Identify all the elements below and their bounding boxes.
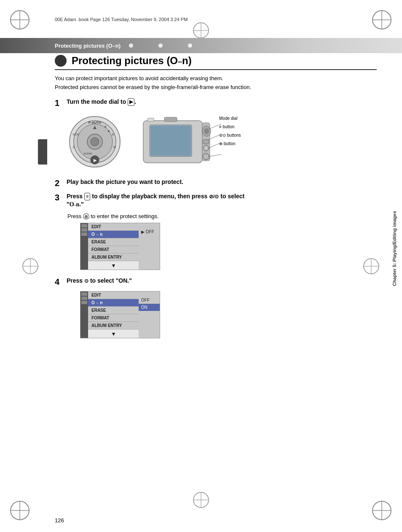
menu-items-1: EDIT O–n ERASE FORMAT ALBUM ENTRY ▾: [88, 223, 139, 270]
header-title: Protecting pictures (O–n): [55, 43, 121, 49]
header-dot-3: [188, 43, 192, 48]
step-1-number: 1: [55, 98, 63, 108]
menu-item-erase-2: ERASE: [88, 307, 139, 314]
nav-buttons-label: ⊘⊙ buttons: [219, 131, 241, 140]
chapter-sidebar: Chapter 5: Playing/Editing images: [392, 211, 397, 286]
step-1: 1 Turn the mode dial to ▶.: [55, 98, 377, 108]
svg-rect-52: [147, 118, 154, 122]
header-dots: [129, 43, 192, 48]
svg-rect-46: [203, 140, 209, 144]
file-info: 00E Adam .book Page 126 Tuesday, Novembe…: [55, 17, 188, 22]
menu-items-2: EDIT O–n ERASE FORMAT ALBUM ENTRY ▾: [88, 292, 139, 338]
step-1-text: Turn the mode dial to ▶.: [67, 98, 136, 108]
menu-item-protect-2: O–n: [88, 299, 139, 307]
page-title-row: Protecting pictures (O–n): [55, 55, 377, 70]
svg-text:SCN: SCN: [73, 133, 79, 136]
menu-screenshot-2: EDIT O–n ERASE FORMAT ALBUM ENTRY ▾ OFF …: [80, 291, 160, 338]
menu-item-format-1: FORMAT: [88, 246, 139, 254]
menu-tab-1: [81, 224, 87, 227]
menu-option-on-2: ON: [139, 304, 160, 311]
menu-tabs-2: [80, 292, 88, 338]
mode-dial-image: P-AUTO SCN A S M ▶ SCENE B ★: [67, 114, 122, 169]
menu-tab-6: [81, 301, 87, 304]
svg-text:P-AUTO: P-AUTO: [88, 121, 102, 124]
page-number: 126: [55, 517, 64, 524]
menu-screenshot-1: EDIT O–n ERASE FORMAT ALBUM ENTRY ▾ ▶ OF…: [80, 223, 160, 270]
step-4-number: 4: [55, 277, 63, 287]
step-4-text: Press ⊙ to select "ON.": [67, 277, 132, 287]
svg-point-35: [91, 138, 99, 146]
step-3-number: 3: [55, 192, 63, 209]
description-line-1: You can protect important pictures to av…: [55, 74, 377, 83]
header-bar: Protecting pictures (O–n): [0, 38, 402, 53]
step-1-images: P-AUTO SCN A S M ▶ SCENE B ★: [67, 112, 377, 171]
menu-sidebar-2: EDIT O–n ERASE FORMAT ALBUM ENTRY ▾ OFF …: [80, 292, 160, 338]
corner-reg-top-left: [8, 8, 32, 33]
title-bullet-icon: [55, 55, 67, 67]
svg-point-48: [204, 146, 208, 150]
svg-rect-51: [164, 117, 177, 122]
menu-item-protect-1: O–n: [88, 231, 139, 238]
svg-text:A: A: [112, 133, 114, 136]
svg-point-45: [204, 128, 209, 134]
menu-tabs-1: [80, 223, 88, 270]
mode-dial-label: Mode dial: [219, 114, 241, 123]
menu-tab-5: [81, 297, 87, 300]
menu-right-2: OFF ON: [139, 292, 160, 338]
main-content: Protecting pictures (O–n) You can protec…: [55, 55, 377, 507]
chapter-text: Chapter 5: Playing/Editing images: [392, 211, 397, 286]
svg-text:M: M: [113, 146, 116, 149]
reg-left-center: [21, 257, 40, 277]
play-mode-symbol: ▶: [128, 98, 134, 105]
svg-text:B: B: [105, 125, 107, 128]
menu-tab-4: [81, 292, 87, 296]
header-dot-2: [158, 43, 163, 48]
step-2-number: 2: [55, 178, 63, 188]
menu-sidebar-1: EDIT O–n ERASE FORMAT ALBUM ENTRY ▾ ▶ OF…: [80, 223, 160, 270]
menu-screenshot-1-container: EDIT O–n ERASE FORMAT ALBUM ENTRY ▾ ▶ OF…: [67, 223, 377, 270]
svg-text:★: ★: [107, 130, 110, 132]
menu-button-label: ≡ button: [219, 123, 241, 131]
svg-rect-42: [150, 126, 191, 156]
menu-screenshot-2-container: EDIT O–n ERASE FORMAT ALBUM ENTRY ▾ OFF …: [67, 291, 377, 338]
step-3-text: Press ≡ to display the playback menu, th…: [67, 192, 244, 209]
ok-button-label: ⊗ button: [219, 140, 241, 148]
menu-tab-3: [81, 232, 87, 236]
header-dot-1: [129, 43, 133, 48]
camera-labels: Mode dial ≡ button ⊘⊙ buttons ⊗ button: [219, 114, 241, 148]
step-3: 3 Press ≡ to display the playback menu, …: [55, 192, 377, 209]
chapter-tab: [38, 139, 47, 165]
corner-reg-top-right: [370, 8, 394, 33]
page-title: Protecting pictures (O–n): [72, 55, 192, 67]
menu-item-album-1: ALBUM ENTRY: [88, 254, 139, 261]
menu-item-erase-1: ERASE: [88, 238, 139, 246]
sub-text-step-3: Press ⊗ to enter the protect settings.: [67, 213, 377, 219]
description-line-2: Protected pictures cannot be erased by t…: [55, 83, 377, 92]
menu-item-edit-2: EDIT: [88, 292, 139, 299]
menu-option-off-1: ▶ OFF: [139, 228, 160, 235]
menu-item-album-2: ALBUM ENTRY: [88, 322, 139, 329]
svg-text:S: S: [73, 146, 75, 149]
menu-tab-2: [81, 228, 87, 232]
menu-option-off-2: OFF: [139, 297, 160, 304]
svg-text:▶: ▶: [94, 158, 97, 162]
menu-item-edit-1: EDIT: [88, 223, 139, 231]
camera-image: Mode dial ≡ button ⊘⊙ buttons ⊗ button: [139, 112, 274, 171]
step-2: 2 Play back the picture you want to prot…: [55, 178, 377, 188]
step-2-text: Play back the picture you want to protec…: [67, 178, 183, 188]
description: You can protect important pictures to av…: [55, 74, 377, 92]
corner-reg-bottom-left: [8, 499, 32, 524]
menu-item-format-2: FORMAT: [88, 314, 139, 322]
menu-right-1: ▶ OFF: [139, 223, 160, 270]
svg-text:SCENE: SCENE: [83, 152, 92, 155]
step-4: 4 Press ⊙ to select "ON.": [55, 277, 377, 287]
svg-point-50: [204, 154, 208, 159]
menu-button-symbol: ≡: [84, 193, 90, 200]
